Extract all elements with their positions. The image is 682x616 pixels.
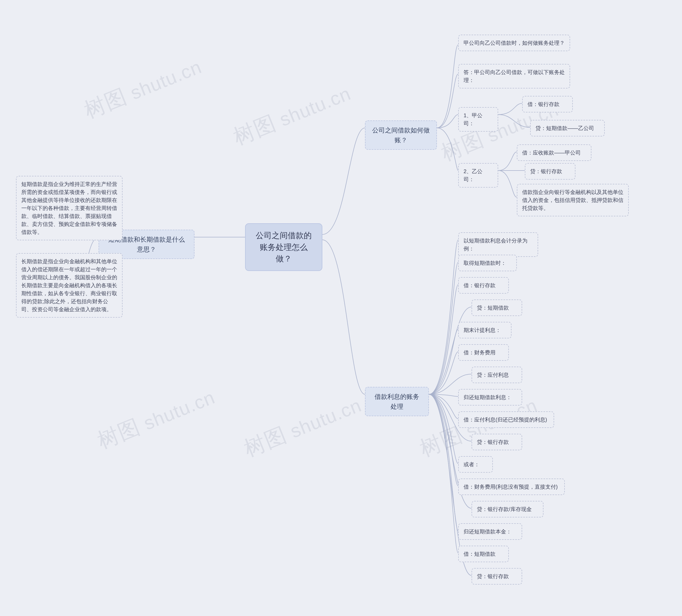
mindmap-canvas: { "root": { "title": "公司之间借款的账务处理怎么做？" }…: [0, 0, 682, 616]
watermark: 树图 shutu.cn: [229, 78, 355, 152]
leaf-r2-9-text: 贷：银行存款: [472, 434, 522, 450]
watermark: 树图 shutu.cn: [80, 52, 206, 125]
leaf-r2-7: 归还短期借款利息：: [458, 389, 522, 406]
leaf-r2-10-text: 或者：: [458, 456, 493, 473]
leaf-r2-4-text: 期末计提利息：: [458, 322, 512, 338]
leaf-r1-c2-label-text: 2、乙公司：: [458, 163, 498, 187]
watermark: 树图 shutu.cn: [93, 382, 219, 456]
leaf-long-term-text: 长期借款是指企业向金融机构和其他单位借入的偿还期限在一年或超过一年的一个营业周期…: [16, 253, 122, 318]
leaf-r2-2-text: 借：银行存款: [458, 277, 509, 294]
leaf-r2-5-text: 借：财务费用: [458, 344, 509, 361]
leaf-r2-14-text: 借：短期借款: [458, 546, 509, 562]
leaf-r1-c1-label: 1、甲公司：: [458, 107, 498, 132]
leaf-r2-3-text: 贷：短期借款: [472, 299, 522, 316]
leaf-r1-c2-c: 贷：银行存款: [525, 163, 575, 180]
leaf-r2-1: 取得短期借款时：: [458, 255, 517, 271]
leaf-r2-15-text: 贷：银行存款: [472, 568, 522, 585]
branch-right-1: 公司之间借款如何做账？: [365, 120, 437, 150]
leaf-r2-4: 期末计提利息：: [458, 322, 512, 338]
branch-right-1-label: 公司之间借款如何做账？: [365, 120, 437, 150]
leaf-r1-c2-d: 借：应收账款——甲公司: [517, 144, 591, 161]
leaf-r1-c1-d-text: 借：银行存款: [522, 96, 573, 112]
root-node: 公司之间借款的账务处理怎么做？: [245, 223, 322, 271]
leaf-r1-c2-label: 2、乙公司：: [458, 163, 498, 187]
leaf-r2-2: 借：银行存款: [458, 277, 509, 294]
leaf-r1-q: 甲公司向乙公司借款时，如何做账务处理？: [458, 35, 570, 51]
leaf-short-term: 短期借款是指企业为维持正常的生产经营所需的资金或抵偿某项债务，而向银行或其他金融…: [16, 176, 122, 240]
root-title: 公司之间借款的账务处理怎么做？: [245, 223, 322, 271]
leaf-r1-q-text: 甲公司向乙公司借款时，如何做账务处理？: [458, 35, 570, 51]
leaf-r2-0-text: 以短期借款利息会计分录为例：: [458, 232, 538, 257]
branch-right-2: 借款利息的账务处理: [365, 387, 429, 416]
leaf-r2-9: 贷：银行存款: [472, 434, 522, 450]
leaf-r2-15: 贷：银行存款: [472, 568, 522, 585]
leaf-r2-14: 借：短期借款: [458, 546, 509, 562]
leaf-r2-0: 以短期借款利息会计分录为例：: [458, 232, 538, 257]
leaf-r2-8-text: 借：应付利息(归还已经预提的利息): [458, 411, 554, 428]
leaf-r1-c2-d-text: 借：应收账款——甲公司: [517, 144, 591, 161]
leaf-r2-8: 借：应付利息(归还已经预提的利息): [458, 411, 554, 428]
leaf-long-term: 长期借款是指企业向金融机构和其他单位借入的偿还期限在一年或超过一年的一个营业周期…: [16, 253, 122, 318]
leaf-r1-c2-c-text: 贷：银行存款: [525, 163, 575, 180]
leaf-r2-11-text: 借：财务费用(利息没有预提，直接支付): [458, 479, 565, 495]
leaf-r2-7-text: 归还短期借款利息：: [458, 389, 522, 406]
leaf-short-term-text: 短期借款是指企业为维持正常的生产经营所需的资金或抵偿某项债务，而向银行或其他金融…: [16, 176, 122, 240]
leaf-r2-13: 归还短期借款本金：: [458, 523, 522, 540]
leaf-r2-3: 贷：短期借款: [472, 299, 522, 316]
leaf-r2-6: 贷：应付利息: [472, 367, 522, 383]
leaf-r1-c1-c: 贷：短期借款——乙公司: [530, 120, 605, 136]
leaf-r2-5: 借：财务费用: [458, 344, 509, 361]
leaf-r1-c2-n-text: 借款指企业向银行等金融机构以及其他单位借入的资金，包括信用贷款、抵押贷款和信托贷…: [517, 184, 629, 216]
leaf-r2-11: 借：财务费用(利息没有预提，直接支付): [458, 479, 565, 495]
leaf-r1-c2-n: 借款指企业向银行等金融机构以及其他单位借入的资金，包括信用贷款、抵押贷款和信托贷…: [517, 184, 629, 216]
leaf-r2-13-text: 归还短期借款本金：: [458, 523, 522, 540]
leaf-r2-12-text: 贷：银行存款/库存现金: [472, 501, 543, 518]
leaf-r2-6-text: 贷：应付利息: [472, 367, 522, 383]
leaf-r2-12: 贷：银行存款/库存现金: [472, 501, 543, 518]
watermark: 树图 shutu.cn: [240, 390, 366, 463]
branch-right-2-label: 借款利息的账务处理: [365, 387, 429, 416]
leaf-r2-10: 或者：: [458, 456, 493, 473]
leaf-r1-c1-c-text: 贷：短期借款——乙公司: [530, 120, 605, 136]
leaf-r2-1-text: 取得短期借款时：: [458, 255, 517, 271]
leaf-r1-a: 答：甲公司向乙公司借款，可做以下账务处理：: [458, 64, 570, 88]
leaf-r1-c1-d: 借：银行存款: [522, 96, 573, 112]
leaf-r1-c1-label-text: 1、甲公司：: [458, 107, 498, 132]
leaf-r1-a-text: 答：甲公司向乙公司借款，可做以下账务处理：: [458, 64, 570, 88]
